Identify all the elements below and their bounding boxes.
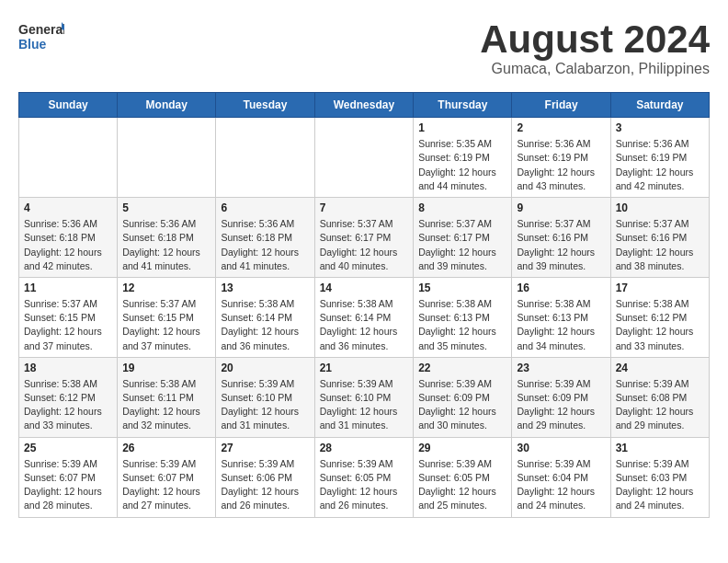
- day-info: Sunrise: 5:37 AM Sunset: 6:17 PM Dayligh…: [320, 217, 409, 273]
- calendar-cell: 13Sunrise: 5:38 AM Sunset: 6:14 PM Dayli…: [216, 277, 314, 357]
- calendar-cell: 20Sunrise: 5:39 AM Sunset: 6:10 PM Dayli…: [216, 357, 314, 437]
- day-number: 17: [616, 282, 704, 294]
- day-number: 19: [122, 362, 210, 374]
- day-info: Sunrise: 5:36 AM Sunset: 6:19 PM Dayligh…: [616, 137, 704, 193]
- day-number: 27: [221, 442, 309, 454]
- svg-text:General: General: [18, 22, 64, 37]
- calendar-cell: 4Sunrise: 5:36 AM Sunset: 6:18 PM Daylig…: [19, 198, 118, 278]
- month-year: August 2024: [480, 18, 710, 61]
- title-section: August 2024 Gumaca, Calabarzon, Philippi…: [480, 18, 710, 77]
- day-number: 20: [221, 362, 309, 374]
- day-info: Sunrise: 5:39 AM Sunset: 6:03 PM Dayligh…: [616, 457, 704, 513]
- calendar-cell: 19Sunrise: 5:38 AM Sunset: 6:11 PM Dayli…: [118, 357, 216, 437]
- calendar-cell: 31Sunrise: 5:39 AM Sunset: 6:03 PM Dayli…: [610, 437, 709, 517]
- calendar-cell: 21Sunrise: 5:39 AM Sunset: 6:10 PM Dayli…: [314, 357, 414, 437]
- day-info: Sunrise: 5:38 AM Sunset: 6:13 PM Dayligh…: [517, 297, 605, 353]
- day-info: Sunrise: 5:39 AM Sunset: 6:10 PM Dayligh…: [320, 377, 409, 433]
- calendar-cell: 15Sunrise: 5:38 AM Sunset: 6:13 PM Dayli…: [414, 277, 512, 357]
- day-number: 6: [221, 201, 309, 214]
- weekday-header-saturday: Saturday: [610, 93, 709, 118]
- location: Gumaca, Calabarzon, Philippines: [480, 61, 710, 77]
- day-info: Sunrise: 5:39 AM Sunset: 6:07 PM Dayligh…: [24, 457, 112, 513]
- calendar-cell: 10Sunrise: 5:37 AM Sunset: 6:16 PM Dayli…: [610, 198, 709, 278]
- weekday-header-tuesday: Tuesday: [216, 93, 314, 118]
- logo: General Blue: [18, 18, 64, 53]
- calendar-cell: 26Sunrise: 5:39 AM Sunset: 6:07 PM Dayli…: [118, 437, 216, 517]
- calendar-cell: 29Sunrise: 5:39 AM Sunset: 6:05 PM Dayli…: [414, 437, 512, 517]
- day-info: Sunrise: 5:36 AM Sunset: 6:18 PM Dayligh…: [24, 217, 112, 273]
- calendar-cell: 8Sunrise: 5:37 AM Sunset: 6:17 PM Daylig…: [414, 198, 512, 278]
- day-info: Sunrise: 5:38 AM Sunset: 6:12 PM Dayligh…: [616, 297, 704, 353]
- day-number: 16: [517, 282, 605, 294]
- calendar-cell: [19, 118, 118, 198]
- calendar-cell: [216, 118, 314, 198]
- day-info: Sunrise: 5:39 AM Sunset: 6:08 PM Dayligh…: [616, 377, 704, 433]
- day-number: 22: [418, 362, 506, 374]
- calendar-cell: 16Sunrise: 5:38 AM Sunset: 6:13 PM Dayli…: [512, 277, 610, 357]
- day-number: 10: [616, 201, 704, 214]
- svg-text:Blue: Blue: [18, 37, 47, 52]
- calendar-cell: 7Sunrise: 5:37 AM Sunset: 6:17 PM Daylig…: [314, 198, 414, 278]
- day-info: Sunrise: 5:39 AM Sunset: 6:05 PM Dayligh…: [418, 457, 506, 513]
- day-info: Sunrise: 5:39 AM Sunset: 6:07 PM Dayligh…: [122, 457, 210, 513]
- calendar-cell: [118, 118, 216, 198]
- day-info: Sunrise: 5:39 AM Sunset: 6:04 PM Dayligh…: [517, 457, 605, 513]
- calendar-cell: 23Sunrise: 5:39 AM Sunset: 6:09 PM Dayli…: [512, 357, 610, 437]
- day-info: Sunrise: 5:39 AM Sunset: 6:09 PM Dayligh…: [418, 377, 506, 433]
- day-number: 15: [418, 282, 506, 294]
- calendar-cell: 18Sunrise: 5:38 AM Sunset: 6:12 PM Dayli…: [19, 357, 118, 437]
- day-number: 13: [221, 282, 309, 294]
- calendar-cell: 28Sunrise: 5:39 AM Sunset: 6:05 PM Dayli…: [314, 437, 414, 517]
- day-number: 30: [517, 442, 605, 454]
- day-number: 29: [418, 442, 506, 454]
- weekday-header-friday: Friday: [512, 93, 610, 118]
- day-info: Sunrise: 5:39 AM Sunset: 6:05 PM Dayligh…: [320, 457, 409, 513]
- day-info: Sunrise: 5:37 AM Sunset: 6:16 PM Dayligh…: [616, 217, 704, 273]
- day-number: 18: [24, 362, 112, 374]
- calendar-cell: 24Sunrise: 5:39 AM Sunset: 6:08 PM Dayli…: [610, 357, 709, 437]
- calendar-cell: 17Sunrise: 5:38 AM Sunset: 6:12 PM Dayli…: [610, 277, 709, 357]
- day-info: Sunrise: 5:36 AM Sunset: 6:19 PM Dayligh…: [517, 137, 605, 193]
- day-number: 3: [616, 121, 704, 134]
- day-info: Sunrise: 5:38 AM Sunset: 6:12 PM Dayligh…: [24, 377, 112, 433]
- calendar-cell: 22Sunrise: 5:39 AM Sunset: 6:09 PM Dayli…: [414, 357, 512, 437]
- day-info: Sunrise: 5:36 AM Sunset: 6:18 PM Dayligh…: [122, 217, 210, 273]
- day-info: Sunrise: 5:38 AM Sunset: 6:11 PM Dayligh…: [122, 377, 210, 433]
- calendar-cell: 25Sunrise: 5:39 AM Sunset: 6:07 PM Dayli…: [19, 437, 118, 517]
- weekday-header-sunday: Sunday: [19, 93, 118, 118]
- day-info: Sunrise: 5:37 AM Sunset: 6:17 PM Dayligh…: [418, 217, 506, 273]
- day-info: Sunrise: 5:37 AM Sunset: 6:15 PM Dayligh…: [24, 297, 112, 353]
- calendar-cell: 3Sunrise: 5:36 AM Sunset: 6:19 PM Daylig…: [610, 118, 709, 198]
- calendar-cell: 11Sunrise: 5:37 AM Sunset: 6:15 PM Dayli…: [19, 277, 118, 357]
- calendar-cell: 1Sunrise: 5:35 AM Sunset: 6:19 PM Daylig…: [414, 118, 512, 198]
- day-number: 31: [616, 442, 704, 454]
- day-number: 11: [24, 282, 112, 294]
- day-number: 7: [320, 201, 409, 214]
- header-section: General Blue August 2024 Gumaca, Calabar…: [18, 18, 710, 77]
- day-info: Sunrise: 5:37 AM Sunset: 6:16 PM Dayligh…: [517, 217, 605, 273]
- calendar-cell: 5Sunrise: 5:36 AM Sunset: 6:18 PM Daylig…: [118, 198, 216, 278]
- weekday-header-wednesday: Wednesday: [314, 93, 414, 118]
- day-number: 21: [320, 362, 409, 374]
- day-number: 24: [616, 362, 704, 374]
- day-info: Sunrise: 5:39 AM Sunset: 6:06 PM Dayligh…: [221, 457, 309, 513]
- day-info: Sunrise: 5:39 AM Sunset: 6:10 PM Dayligh…: [221, 377, 309, 433]
- weekday-header-monday: Monday: [118, 93, 216, 118]
- day-number: 26: [122, 442, 210, 454]
- day-number: 25: [24, 442, 112, 454]
- calendar-cell: 27Sunrise: 5:39 AM Sunset: 6:06 PM Dayli…: [216, 437, 314, 517]
- day-number: 2: [517, 121, 605, 134]
- calendar-cell: 2Sunrise: 5:36 AM Sunset: 6:19 PM Daylig…: [512, 118, 610, 198]
- day-number: 14: [320, 282, 409, 294]
- day-number: 8: [418, 201, 506, 214]
- day-info: Sunrise: 5:38 AM Sunset: 6:14 PM Dayligh…: [320, 297, 409, 353]
- day-info: Sunrise: 5:36 AM Sunset: 6:18 PM Dayligh…: [221, 217, 309, 273]
- day-number: 28: [320, 442, 409, 454]
- day-number: 5: [122, 201, 210, 214]
- day-info: Sunrise: 5:38 AM Sunset: 6:14 PM Dayligh…: [221, 297, 309, 353]
- calendar-cell: 9Sunrise: 5:37 AM Sunset: 6:16 PM Daylig…: [512, 198, 610, 278]
- day-number: 23: [517, 362, 605, 374]
- weekday-header-thursday: Thursday: [414, 93, 512, 118]
- calendar-cell: 14Sunrise: 5:38 AM Sunset: 6:14 PM Dayli…: [314, 277, 414, 357]
- calendar-cell: 12Sunrise: 5:37 AM Sunset: 6:15 PM Dayli…: [118, 277, 216, 357]
